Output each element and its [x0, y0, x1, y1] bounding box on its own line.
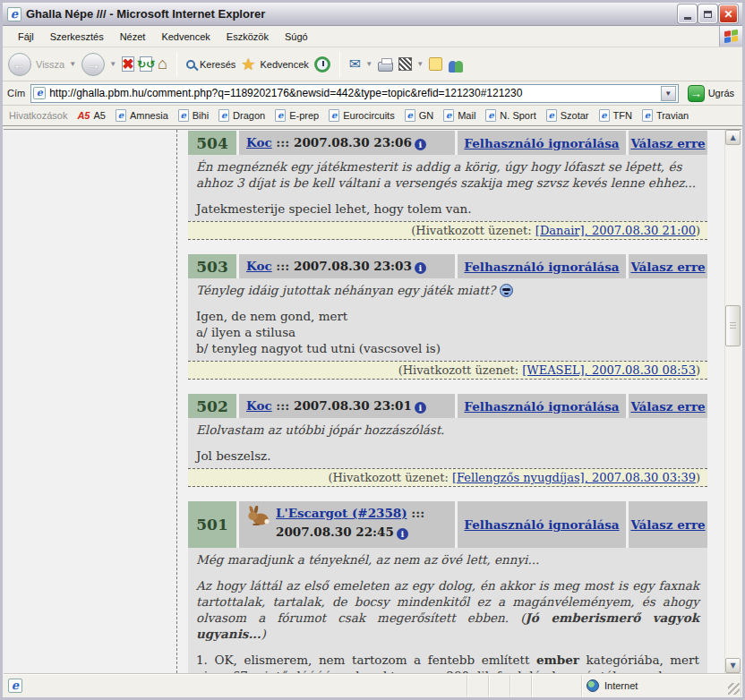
links-bar-item[interactable]: e Dragon [218, 109, 265, 122]
a5-logo-icon: A5 [77, 109, 90, 122]
status-zone-label: Internet [604, 680, 638, 691]
post-paragraph: Én megnéznék egy játékmesterit is addig … [196, 158, 699, 191]
post-datetime: 2007.08.30 23:03 [294, 259, 412, 273]
reply-link[interactable]: Válasz erre [630, 136, 705, 150]
menu-item[interactable]: Fájl [10, 29, 42, 45]
page-content: 504 Koc ::: 2007.08.30 23:06i Felhasznál… [4, 129, 741, 673]
forward-button[interactable]: → ▼ [81, 53, 116, 76]
forward-dropdown-icon[interactable]: ▼ [109, 60, 116, 68]
back-icon: ← [8, 53, 31, 76]
ignore-user-cell: Felhasználó ignorálása [458, 501, 626, 548]
menu-item[interactable]: Nézet [112, 29, 154, 45]
resize-grip-icon[interactable] [728, 683, 740, 695]
links-bar-item[interactable]: e Travian [642, 109, 689, 122]
ref-link[interactable]: [WEASEL], 2007.08.30 08:53 [522, 363, 696, 377]
messenger-icon [448, 56, 466, 73]
links-bar-item[interactable]: e Szotar [546, 109, 589, 122]
home-icon: ⌂ [158, 55, 167, 73]
ref-link[interactable]: [Danair], 2007.08.30 21:00 [535, 224, 696, 237]
scroll-up-button[interactable]: ▲ [725, 130, 741, 145]
post-body: Tényleg idáig jutottak néhányan egy játé… [188, 278, 707, 361]
post-author-cell: Koc ::: 2007.08.30 23:01i [239, 394, 455, 418]
scroll-thumb[interactable] [725, 305, 741, 346]
history-button[interactable] [314, 56, 330, 73]
links-bar-item[interactable]: e N. Sport [485, 109, 535, 122]
ignore-user-link[interactable]: Felhasználó ignorálása [464, 136, 619, 150]
refresh-button[interactable]: ↻↺ [140, 56, 152, 72]
reply-link[interactable]: Válasz erre [630, 399, 705, 414]
address-input[interactable]: e http://ghalla.pbm.hu/comment.php?q=118… [30, 84, 678, 103]
post-author-link[interactable]: Koc [246, 135, 272, 149]
messenger-button[interactable] [448, 56, 466, 73]
links-bar-item[interactable]: e GN [405, 109, 434, 122]
ignore-user-link[interactable]: Felhasználó ignorálása [464, 517, 619, 532]
titlebar[interactable]: e Ghalla Népe /// - Microsoft Internet E… [3, 3, 742, 26]
ignore-user-link[interactable]: Felhasználó ignorálása [464, 399, 619, 414]
menu-item[interactable]: Szerkesztés [42, 29, 112, 45]
edit-dropdown-icon[interactable]: ▼ [416, 60, 424, 68]
links-bar-item[interactable]: A5 A5 [77, 109, 106, 122]
toolbar-separator [339, 52, 340, 77]
forum-post: 503 Koc ::: 2007.08.30 23:03i Felhasznál… [188, 254, 707, 380]
reply-cell: Válasz erre [629, 131, 707, 155]
post-author-link[interactable]: L'Escargot (#2358) [276, 506, 407, 520]
forward-icon: → [81, 53, 105, 76]
search-button[interactable]: Keresés [186, 59, 235, 70]
menu-item[interactable]: Eszközök [218, 29, 277, 45]
info-icon[interactable]: i [415, 262, 426, 274]
ref-close: ) [696, 224, 700, 237]
post-author-link[interactable]: Koc [246, 398, 272, 413]
home-button[interactable]: ⌂ [158, 55, 167, 73]
back-button[interactable]: ← Vissza ▼ [8, 53, 76, 76]
ignore-user-link[interactable]: Felhasználó ignorálása [464, 260, 619, 274]
vertical-scrollbar[interactable]: ▲ ▼ [724, 130, 741, 673]
reply-cell: Válasz erre [629, 501, 707, 548]
links-bar-item[interactable]: e TFN [599, 109, 632, 122]
back-dropdown-icon[interactable]: ▼ [69, 60, 76, 68]
link-label: Szotar [561, 110, 589, 121]
go-button[interactable]: → Ugrás [684, 84, 738, 103]
mail-icon: ✉ [349, 55, 361, 73]
menu-item[interactable]: Súgó [277, 29, 316, 45]
ref-link[interactable]: [Fellengzős nyugdíjas], 2007.08.30 03:39 [452, 471, 696, 484]
close-button[interactable]: ✕ [719, 4, 738, 23]
discuss-button[interactable] [429, 57, 442, 71]
info-icon[interactable]: i [415, 402, 426, 414]
menu-item[interactable]: Kedvencek [153, 29, 218, 45]
edit-icon [398, 57, 412, 71]
mail-dropdown-icon[interactable]: ▼ [365, 60, 372, 68]
link-favicon: e [405, 109, 415, 122]
links-bar-item[interactable]: e Eurocircuits [329, 109, 394, 122]
maximize-button[interactable] [698, 4, 717, 23]
minimize-button[interactable] [678, 4, 697, 23]
links-bar-item[interactable]: e Amnesia [116, 109, 168, 122]
window-title: Ghalla Népe /// - Microsoft Internet Exp… [26, 7, 673, 21]
edit-button[interactable]: ▼ [398, 57, 424, 71]
address-dropdown-icon[interactable]: ▼ [661, 86, 676, 101]
info-icon[interactable]: i [397, 528, 408, 540]
scroll-down-button[interactable]: ▼ [725, 658, 741, 673]
mail-button[interactable]: ✉ ▼ [349, 55, 372, 73]
post-author-link[interactable]: Koc [246, 259, 272, 273]
links-bar-item[interactable]: e E-prep [275, 109, 319, 122]
ref-close: ) [696, 363, 700, 377]
favorites-button[interactable]: ★ Kedvencek [241, 55, 309, 74]
reply-link[interactable]: Válasz erre [630, 517, 705, 532]
stop-button[interactable]: ✖ [122, 56, 134, 72]
info-icon[interactable]: i [415, 139, 426, 150]
print-button[interactable] [378, 57, 393, 72]
reply-link[interactable]: Válasz erre [630, 260, 705, 274]
post-separator: ::: [272, 398, 294, 413]
post-author-cell: L'Escargot (#2358) :::2007.08.30 22:45i [239, 501, 455, 548]
page-favicon: e [33, 87, 46, 99]
menu-bar: FájlSzerkesztésNézetKedvencekEszközökSúg… [3, 26, 742, 47]
link-label: Bihi [193, 110, 209, 121]
column-divider [176, 130, 177, 673]
ref-prefix: (Hivatkozott üzenet: [411, 224, 535, 237]
post-paragraph: Az hogy láttál az első emeleten az egy d… [196, 577, 699, 642]
links-bar-item[interactable]: e Bihi [178, 109, 209, 122]
links-bar-item[interactable]: e Mail [443, 109, 475, 122]
link-label: Eurocircuits [343, 110, 394, 121]
link-favicon: e [485, 109, 496, 122]
status-zone-pane: Internet [582, 675, 741, 696]
